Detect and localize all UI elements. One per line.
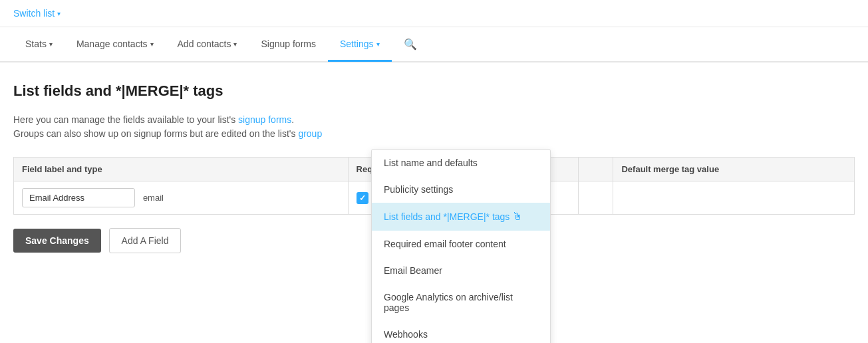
col-header-merge-tag: Default merge tag value (613, 158, 855, 181)
desc-text-2: . (291, 114, 294, 125)
nav-label-settings: Settings (340, 39, 374, 49)
dropdown-item-list-fields[interactable]: List fields and *|MERGE|* tags 🖱 (372, 203, 550, 231)
dropdown-label-list-name-defaults: List name and defaults (384, 158, 478, 168)
switch-list-button[interactable]: Switch list ▾ (13, 5, 61, 21)
page-title: List fields and *|MERGE|* tags (13, 82, 855, 100)
nav-label-manage-contacts: Manage contacts (76, 39, 148, 49)
search-icon: 🔍 (404, 39, 417, 50)
dropdown-item-publicity-settings[interactable]: Publicity settings (372, 176, 550, 203)
nav-item-add-contacts[interactable]: Add contacts ▾ (166, 28, 249, 62)
cursor-icon: 🖱 (512, 211, 523, 223)
field-label-input[interactable] (22, 188, 135, 207)
search-button[interactable]: 🔍 (392, 27, 429, 61)
dropdown-label-required-email-footer: Required email footer content (384, 239, 506, 249)
desc-text-1: Here you can manage the fields available… (13, 114, 238, 125)
nav-label-signup-forms: Signup forms (261, 39, 315, 49)
settings-dropdown: List name and defaults Publicity setting… (371, 149, 551, 343)
nav-label-add-contacts: Add contacts (178, 39, 231, 49)
chevron-down-icon: ▾ (376, 41, 380, 48)
nav-item-signup-forms[interactable]: Signup forms (249, 28, 327, 62)
merge-tag-value-cell (613, 181, 855, 215)
chevron-down-icon: ▾ (150, 41, 154, 48)
group-link[interactable]: group (298, 128, 322, 139)
dropdown-label-list-fields: List fields and *|MERGE|* tags (384, 211, 509, 222)
field-type-label: email (143, 193, 164, 203)
page-description: Here you can manage the fields available… (13, 113, 855, 141)
signup-forms-link[interactable]: signup forms (238, 114, 291, 125)
chevron-down-icon: ▾ (233, 41, 237, 48)
dropdown-label-publicity-settings: Publicity settings (384, 184, 453, 195)
nav-label-stats: Stats (25, 39, 47, 49)
dropdown-item-list-name-defaults[interactable]: List name and defaults (372, 150, 550, 176)
dropdown-label-email-beamer: Email Beamer (384, 265, 442, 276)
switch-list-chevron-icon: ▾ (57, 10, 61, 17)
required-checkbox[interactable] (357, 192, 368, 204)
nav-item-manage-contacts[interactable]: Manage contacts ▾ (65, 28, 166, 62)
add-field-button[interactable]: Add A Field (109, 228, 182, 253)
dropdown-item-required-email-footer[interactable]: Required email footer content (372, 231, 550, 257)
switch-list-label: Switch list (13, 8, 55, 19)
save-changes-button[interactable]: Save Changes (13, 229, 101, 253)
dropdown-label-google-analytics: Google Analytics on archive/list pages (384, 292, 538, 313)
actions-cell (578, 181, 613, 215)
dropdown-item-webhooks[interactable]: Webhooks (372, 321, 550, 343)
nav-item-stats[interactable]: Stats ▾ (13, 28, 65, 62)
top-bar: Switch list ▾ (0, 0, 868, 27)
chevron-down-icon: ▾ (49, 41, 53, 48)
nav-bar: Stats ▾ Manage contacts ▾ Add contacts ▾… (0, 27, 868, 62)
col-header-field: Field label and type (14, 158, 349, 181)
nav-item-settings[interactable]: Settings ▾ (328, 28, 392, 62)
dropdown-item-google-analytics[interactable]: Google Analytics on archive/list pages (372, 284, 550, 321)
dropdown-label-webhooks: Webhooks (384, 329, 428, 340)
col-header-empty (578, 158, 613, 181)
desc-text-3: Groups can also show up on signup forms … (13, 128, 298, 139)
dropdown-item-email-beamer[interactable]: Email Beamer (372, 257, 550, 284)
field-label-cell: email (14, 181, 349, 215)
main-content: List fields and *|MERGE|* tags Here you … (0, 62, 868, 267)
